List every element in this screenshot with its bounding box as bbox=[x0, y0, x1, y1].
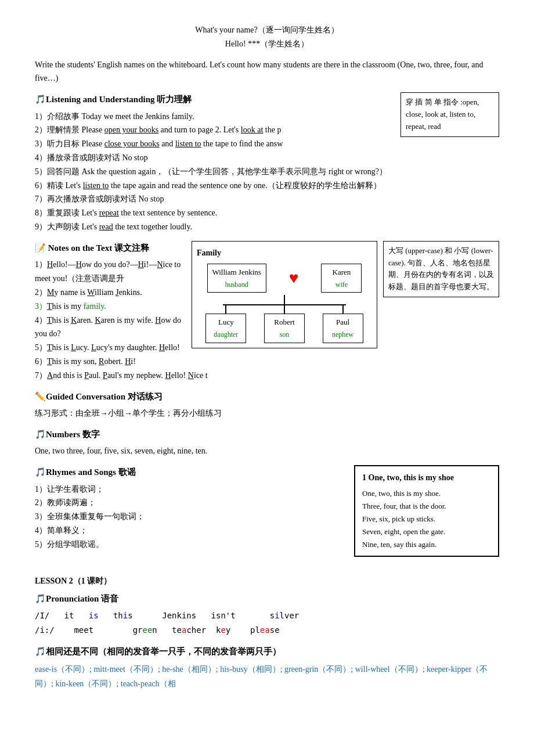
listening-item-8: 8）重复跟读 Let's repeat the text sentence by… bbox=[35, 206, 499, 220]
header-line2: Hello! ***（学生姓名） bbox=[35, 37, 499, 51]
word-please-ea: ea bbox=[260, 625, 270, 635]
family-tree-box: Family William Jenkins husband ♥ Karen w… bbox=[192, 241, 377, 348]
family-tree-title: Family bbox=[197, 246, 372, 260]
william-role: husband bbox=[212, 279, 261, 290]
similar-content: ease-is（不同）; mitt-meet（不同）; he-she（相同）; … bbox=[35, 662, 499, 691]
paul-name: Paul bbox=[328, 316, 358, 329]
header-line3: Write the students' English names on the… bbox=[35, 60, 484, 83]
listening-item-9: 9）大声朗读 Let's read the text together loud… bbox=[35, 220, 499, 234]
family-karen: Karen wife bbox=[321, 264, 362, 293]
similar-title: 🎵相同还是不同（相同的发音举一只手，不同的发音举两只手） bbox=[35, 645, 499, 660]
word-please-se: se bbox=[270, 625, 280, 635]
listening-item-6: 6）精读 Let's listen to the tape again and … bbox=[35, 179, 499, 193]
lucy-role: daughter bbox=[211, 329, 241, 340]
word-meet: meet bbox=[69, 625, 99, 635]
symbol-2: /i:/ bbox=[35, 625, 64, 635]
header-description: Write the students' English names on the… bbox=[35, 58, 499, 86]
notes-section: 大写 (upper-case) 和 小写 (lower-case). 句首、人名… bbox=[35, 241, 499, 383]
karen-name: Karen bbox=[326, 266, 356, 279]
listening-section: 穿 插 简 单 指令 :open, close, look at, listen… bbox=[35, 92, 499, 234]
word-silver-i: i bbox=[275, 611, 279, 620]
guided-section: ✏️Guided Conversation 对话练习 练习形式：由全班→小组→单… bbox=[35, 390, 499, 420]
header-section: What's your name?（逐一询问学生姓名） Hello! ***（学… bbox=[35, 23, 499, 51]
upper-note-box: 大写 (upper-case) 和 小写 (lower-case). 句首、人名… bbox=[383, 241, 499, 297]
listening-item-7: 7）再次播放录音或朗读对话 No stop bbox=[35, 192, 499, 206]
guided-content: 练习形式：由全班→小组→单个学生；再分小组练习 bbox=[35, 406, 499, 420]
word-is1: is bbox=[84, 611, 103, 620]
robert-name: Robert bbox=[269, 316, 300, 329]
side-note-box: 穿 插 简 单 指令 :open, close, look at, listen… bbox=[400, 92, 499, 136]
notes-item-6: 6）This is my son, Robert. Hi! bbox=[35, 355, 499, 369]
listening-item-5: 5）回答问题 Ask the question again，（让一个学生回答，其… bbox=[35, 165, 499, 179]
word-key-e: e bbox=[221, 625, 225, 635]
family-paul: Paul nephew bbox=[323, 314, 363, 343]
family-lucy: Lucy daughter bbox=[205, 314, 246, 343]
pronunciation-title: 🎵Pronunciation 语音 bbox=[35, 592, 499, 607]
upper-note-content: 大写 (upper-case) 和 小写 (lower-case). 句首、人名… bbox=[388, 246, 494, 291]
word-isnt: isn't bbox=[206, 611, 240, 620]
word-it: it bbox=[59, 611, 79, 620]
symbol-1: /I/ bbox=[35, 611, 55, 620]
word-silver-lver: lver bbox=[280, 611, 300, 620]
karen-role: wife bbox=[326, 279, 356, 290]
word-jenkins: Jenkins bbox=[143, 611, 201, 620]
lucy-name: Lucy bbox=[211, 316, 241, 329]
notes-item-7: 7）And this is Paul. Paul's my nephew. He… bbox=[35, 369, 499, 383]
song-title: 1 One, two, this is my shoe bbox=[362, 471, 491, 485]
listening-item-3: 3）听力目标 Please close your books and liste… bbox=[35, 137, 499, 151]
numbers-section: 🎵Numbers 数字 One, two three, four, five, … bbox=[35, 427, 499, 458]
word-s: s bbox=[128, 611, 138, 620]
song-line-2: Three, four, that is the door. bbox=[362, 500, 491, 513]
numbers-title: 🎵Numbers 数字 bbox=[35, 427, 499, 442]
word-silver: s bbox=[246, 611, 275, 620]
family-robert: Robert son bbox=[264, 314, 305, 343]
heart-icon: ♥ bbox=[289, 264, 299, 292]
word-ee: ee bbox=[142, 625, 152, 635]
pronunciation-row2: /i:/ meet green teacher key please bbox=[35, 624, 499, 638]
word-key-y: y bbox=[226, 625, 236, 635]
pronunciation-row1: /I/ it is this Jenkins isn't silver bbox=[35, 609, 499, 623]
word-teacher: te bbox=[167, 625, 182, 635]
song-line-4: Seven, eight, open the gate. bbox=[362, 525, 491, 538]
song-line-3: Five, six, pick up sticks. bbox=[362, 513, 491, 525]
header-line1: What's your name?（逐一询问学生姓名） bbox=[35, 23, 499, 37]
word-is2: i bbox=[123, 611, 128, 620]
song-box: 1 One, two, this is my shoe One, two, th… bbox=[354, 465, 499, 557]
william-name: William Jenkins bbox=[212, 266, 261, 279]
word-gr: gr bbox=[133, 625, 143, 635]
word-n: n bbox=[152, 625, 162, 635]
robert-role: son bbox=[269, 329, 300, 340]
rhymes-section: 1 One, two, this is my shoe One, two, th… bbox=[35, 465, 499, 557]
guided-title: ✏️Guided Conversation 对话练习 bbox=[35, 390, 499, 405]
paul-role: nephew bbox=[328, 329, 358, 340]
side-note-title: 穿 插 简 单 指令 :open, close, look at, listen… bbox=[406, 98, 479, 131]
lesson2-title: LESSON 2（1 课时） bbox=[35, 577, 111, 585]
word-th: th bbox=[108, 611, 122, 620]
listening-item-4: 4）播放录音或朗读对话 No stop bbox=[35, 151, 499, 165]
numbers-content: One, two three, four, five, six, seven, … bbox=[35, 444, 499, 458]
song-line-5: Nine, ten, say this again. bbox=[362, 538, 491, 551]
word-please-p: pl bbox=[240, 625, 260, 635]
lesson2-section: LESSON 2（1 课时） 🎵Pronunciation 语音 /I/ it … bbox=[35, 574, 499, 691]
word-green-spaces bbox=[103, 625, 128, 635]
family-william: William Jenkins husband bbox=[207, 264, 266, 293]
word-teacher-cher: cher bbox=[186, 625, 211, 635]
song-line-1: One, two, this is my shoe. bbox=[362, 487, 491, 500]
